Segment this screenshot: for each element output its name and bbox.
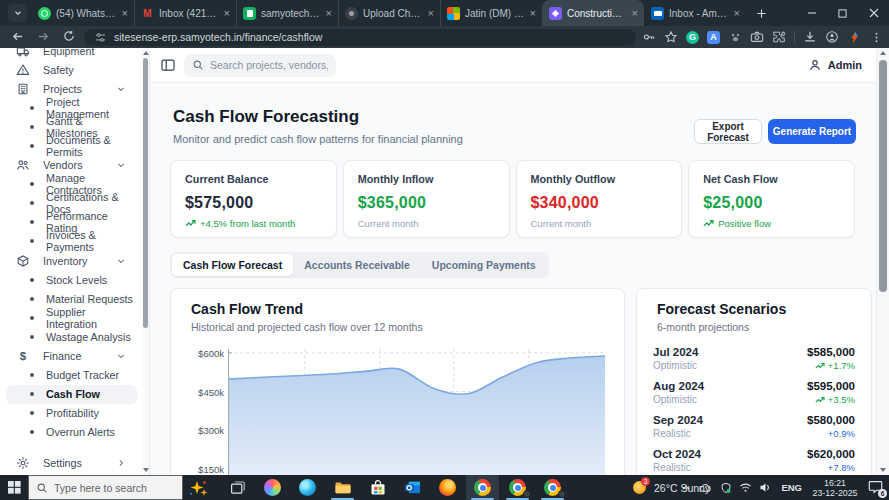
browser-tab-inbox-421-samyotech[interactable]: Inbox (421) - samyotech × <box>134 0 236 26</box>
tab-close-icon[interactable]: × <box>122 8 128 19</box>
window-close-button[interactable] <box>858 0 889 26</box>
onedrive-cloud-icon[interactable] <box>699 481 712 494</box>
back-button[interactable] <box>10 29 26 45</box>
scroll-up-icon[interactable] <box>880 51 886 55</box>
new-tab-button[interactable] <box>750 2 772 24</box>
tab-cash-flow-forecast[interactable]: Cash Flow Forecast <box>172 254 293 276</box>
sidebar-item-profitability[interactable]: Profitability <box>6 404 137 423</box>
tab-close-icon[interactable]: × <box>224 8 230 19</box>
sidebar-item-overrun-alerts[interactable]: Overrun Alerts <box>6 423 137 442</box>
tab-close-icon[interactable]: × <box>632 8 638 19</box>
paw-extension-icon[interactable] <box>728 30 742 44</box>
sidebar-item-invoices-payments[interactable]: Invoices & Payments <box>6 232 137 251</box>
downloads-icon[interactable] <box>803 30 817 44</box>
page-scrollbar[interactable] <box>876 48 889 475</box>
bullet-icon <box>30 182 34 186</box>
tab-accounts-receivable[interactable]: Accounts Receivable <box>293 254 421 276</box>
taskbar-app-chrome-profile-2[interactable] <box>501 475 534 500</box>
chatbot-favicon-icon <box>345 7 358 20</box>
tab-close-icon[interactable]: × <box>530 8 536 19</box>
global-search-input[interactable] <box>210 59 328 71</box>
sidebar-item-finance[interactable]: $ Finance <box>6 347 137 366</box>
sidebar-item-inventory[interactable]: Inventory <box>6 251 137 270</box>
tab-close-icon[interactable]: × <box>428 8 434 19</box>
bookmark-star-icon[interactable] <box>664 30 678 44</box>
sidebar-item-budget-tracker[interactable]: Budget Tracker <box>6 366 137 385</box>
taskbar-app-firefox[interactable] <box>431 475 464 500</box>
browser-tab-upload-chatbot-to-c[interactable]: Upload Chatbot to C × <box>338 0 440 26</box>
trend-up-icon <box>703 218 714 229</box>
sidebar-item-equipment[interactable]: Equipment <box>6 48 137 60</box>
taskbar-app-task-view[interactable] <box>221 475 254 500</box>
action-center-button[interactable]: 6 <box>868 479 885 496</box>
sidebar-toggle-icon[interactable] <box>160 57 176 73</box>
taskbar-app-microsoft-store[interactable] <box>361 475 394 500</box>
translate-extension-icon[interactable]: A <box>707 31 720 44</box>
copilot-sparkles-icon[interactable] <box>183 475 213 500</box>
browser-tab-jatin-dm-samyote[interactable]: Jatin (DM) - Samyote × <box>440 0 542 26</box>
window-maximize-button[interactable] <box>827 0 858 26</box>
browser-tab-construction-erp-a[interactable]: Construction ERP - A × <box>542 0 644 26</box>
language-indicator[interactable]: ENG <box>781 482 802 493</box>
sidebar-item-wastage-analysis[interactable]: Wastage Analysis <box>6 327 137 346</box>
reload-button[interactable] <box>62 29 78 45</box>
bullet-icon <box>30 278 34 282</box>
taskbar-app-edge[interactable] <box>291 475 324 500</box>
browser-tab-54-whatsapp[interactable]: (54) WhatsApp × <box>32 0 134 26</box>
speaker-icon[interactable] <box>759 481 772 494</box>
browser-menu-kebab-icon[interactable] <box>869 30 883 44</box>
extensions-puzzle-icon[interactable] <box>772 30 786 44</box>
tab-title: Inbox (421) - samyotech <box>159 8 219 19</box>
export-forecast-button[interactable]: Export Forecast <box>694 119 762 144</box>
window-controls <box>796 0 889 26</box>
clock-date: 23-12-2025 <box>811 488 859 498</box>
browser-tab-inbox-amit-sharma[interactable]: Inbox - Amit Sharma × <box>644 0 746 26</box>
sidebar-item-stock-levels[interactable]: Stock Levels <box>6 270 137 289</box>
profile-circle-icon[interactable] <box>825 30 839 44</box>
browser-tabs: (54) WhatsApp × Inbox (421) - samyotech … <box>32 0 746 26</box>
inventory-icon <box>16 254 30 268</box>
tab-search-button[interactable] <box>8 4 27 22</box>
tray-chevron-up-icon[interactable] <box>679 481 692 494</box>
sidebar-item-settings[interactable]: Settings <box>6 453 137 472</box>
grammarly-extension-icon[interactable]: G <box>686 31 699 44</box>
sidebar-item-safety[interactable]: Safety <box>6 60 137 79</box>
taskbar-clock[interactable]: 16:21 23-12-2025 <box>811 478 859 498</box>
scroll-up-icon[interactable] <box>143 51 149 55</box>
address-bar[interactable]: sitesense-erp.samyotech.in/finance/cashf… <box>84 29 636 46</box>
user-menu[interactable]: Admin <box>808 58 862 72</box>
generate-report-button[interactable]: Generate Report <box>768 119 856 144</box>
taskbar-app-chrome[interactable] <box>466 475 499 500</box>
sidebar-item-documents-permits[interactable]: Documents & Permits <box>6 136 137 155</box>
weather-badge: 3 <box>641 477 650 486</box>
wifi-icon[interactable] <box>739 481 752 494</box>
spark-extension-icon[interactable] <box>847 30 861 44</box>
taskbar-search-input[interactable] <box>54 482 175 494</box>
page-scrollbar-thumb[interactable] <box>879 60 887 292</box>
tab-upcoming-payments[interactable]: Upcoming Payments <box>421 254 547 276</box>
forward-button[interactable] <box>36 29 52 45</box>
browser-tab-samyotech-portfolio[interactable]: samyotech - Portfolio × <box>236 0 338 26</box>
whatsapp-favicon-icon <box>38 7 51 20</box>
window-minimize-button[interactable] <box>796 0 827 26</box>
taskbar-app-file-explorer[interactable] <box>326 475 359 500</box>
sidebar-scrollbar[interactable] <box>142 48 149 475</box>
sidebar-item-supplier-integration[interactable]: Supplier Integration <box>6 308 137 327</box>
scroll-down-icon[interactable] <box>880 468 886 472</box>
camera-extension-icon[interactable] <box>750 30 764 44</box>
password-key-icon[interactable] <box>642 30 656 44</box>
scroll-down-icon[interactable] <box>143 468 149 472</box>
tab-close-icon[interactable]: × <box>734 8 740 19</box>
security-shield-icon[interactable] <box>719 481 732 494</box>
taskbar-app-copilot[interactable] <box>256 475 289 500</box>
sidebar-item-label: Safety <box>43 64 74 76</box>
global-search[interactable] <box>184 54 336 77</box>
start-button[interactable] <box>0 475 28 500</box>
sidebar-item-cash-flow[interactable]: Cash Flow <box>6 385 137 404</box>
sidebar-scrollbar-thumb[interactable] <box>143 58 148 328</box>
sidebar-item-label: Vendors <box>43 159 83 171</box>
taskbar-app-outlook[interactable] <box>396 475 429 500</box>
taskbar-app-chrome-profile-3[interactable] <box>536 475 569 500</box>
taskbar-search[interactable] <box>28 475 183 500</box>
tab-close-icon[interactable]: × <box>326 8 332 19</box>
